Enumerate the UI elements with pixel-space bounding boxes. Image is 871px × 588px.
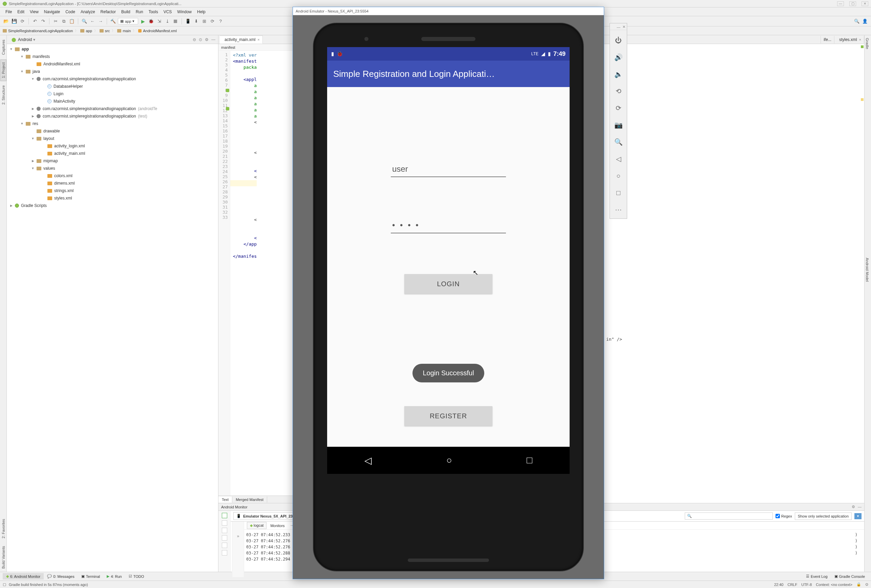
home-button[interactable]: ○: [446, 455, 452, 466]
menu-file[interactable]: File: [3, 8, 15, 16]
status-encoding[interactable]: UTF-8: [801, 583, 812, 587]
open-icon[interactable]: 📂: [3, 18, 9, 25]
make-icon[interactable]: 🔨: [110, 18, 117, 25]
menu-refactor[interactable]: Refactor: [98, 8, 118, 16]
copy-icon[interactable]: ⧉: [60, 18, 67, 25]
sync-icon[interactable]: ⟳: [19, 18, 26, 25]
hide-icon[interactable]: —: [858, 505, 862, 509]
save-icon[interactable]: 💾: [11, 18, 18, 25]
status-toggle-icon[interactable]: ▢: [3, 582, 6, 587]
tree-node-drawable[interactable]: drawable: [7, 127, 218, 135]
menu-code[interactable]: Code: [63, 8, 78, 16]
build-variants-tab[interactable]: Build Variants: [0, 543, 6, 572]
rotate-right-button[interactable]: ⟳: [612, 100, 625, 116]
editor-tab-ife[interactable]: ife...: [820, 36, 834, 43]
hide-icon[interactable]: —: [211, 37, 216, 42]
menu-help[interactable]: Help: [195, 8, 208, 16]
sync-gradle-icon[interactable]: ⟳: [209, 18, 216, 25]
debug-icon[interactable]: 🐞: [148, 18, 154, 25]
username-input[interactable]: [391, 162, 506, 177]
close-button[interactable]: ✕: [862, 1, 868, 6]
tool-todo[interactable]: ☑TODO: [125, 573, 148, 579]
filter-selector[interactable]: Show only selected application: [795, 512, 852, 520]
project-tab[interactable]: 1: Project: [0, 59, 6, 81]
menu-navigate[interactable]: Navigate: [41, 8, 63, 16]
tree-node-values[interactable]: ▼values: [7, 165, 218, 172]
tree-node-res[interactable]: ▼res: [7, 120, 218, 127]
zoom-button[interactable]: 🔍: [612, 134, 625, 150]
profile-icon[interactable]: ⤓: [164, 18, 171, 25]
layout-icon[interactable]: [222, 535, 227, 540]
emulator-titlebar[interactable]: Android Emulator - Nexus_5X_API_23:5554: [293, 7, 604, 15]
structure-tab[interactable]: 2. Structure: [0, 82, 6, 108]
tree-node-pkg-main[interactable]: ▼com.razormist.simpleregistrationandlogi…: [7, 75, 218, 83]
tree-node-mipmap[interactable]: ▶mipmap: [7, 157, 218, 165]
emulator-back-button[interactable]: ◁: [612, 151, 625, 167]
status-context[interactable]: Context: <no context>: [816, 583, 852, 587]
restart-icon[interactable]: [222, 513, 227, 518]
sdk-icon[interactable]: ⬇: [193, 18, 199, 25]
status-line-ending[interactable]: CRLF: [787, 583, 797, 587]
back-icon[interactable]: ←: [89, 18, 96, 25]
structure-icon[interactable]: ⊞: [201, 18, 208, 25]
tree-node-manifests[interactable]: ▼manifests: [7, 53, 218, 60]
tool-android-monitor[interactable]: ◆6: Android Monitor: [3, 573, 44, 579]
volume-down-button[interactable]: 🔈: [612, 66, 625, 82]
chevron-down-icon[interactable]: ▾: [33, 37, 35, 42]
run-config-selector[interactable]: ▦ app ▾: [118, 18, 138, 24]
android-model-tab[interactable]: Android Model: [865, 255, 870, 284]
menu-edit[interactable]: Edit: [15, 8, 27, 16]
crumb-app[interactable]: app: [80, 29, 92, 33]
tab-merged[interactable]: Merged Manifest: [232, 497, 267, 503]
register-button[interactable]: REGISTER: [404, 406, 492, 426]
paste-icon[interactable]: 📋: [69, 18, 75, 25]
status-lock-icon[interactable]: 🔒: [856, 582, 861, 587]
stop-button[interactable]: [172, 18, 179, 25]
tree-node-layout[interactable]: ▼layout: [7, 135, 218, 142]
tab-text[interactable]: Text: [218, 497, 232, 503]
sys-icon[interactable]: [222, 543, 227, 548]
tree-node-activity-main[interactable]: activity_main.xml: [7, 150, 218, 157]
regex-checkbox[interactable]: Regex: [775, 514, 792, 518]
menu-run[interactable]: Run: [133, 8, 146, 16]
tree-node-dimens[interactable]: dimens.xml: [7, 180, 218, 187]
menu-window[interactable]: Window: [174, 8, 195, 16]
tool-run[interactable]: ▶4: Run: [103, 573, 125, 579]
power-button[interactable]: ⏻: [612, 32, 625, 48]
tree-node-strings[interactable]: strings.xml: [7, 187, 218, 195]
project-tree[interactable]: ▼app ▼manifests AndroidManifest.xml ▼jav…: [7, 44, 218, 572]
tree-node-java[interactable]: ▼java: [7, 68, 218, 75]
close-icon[interactable]: ×: [257, 37, 259, 42]
find-icon[interactable]: 🔍: [81, 18, 88, 25]
tree-node-gradle[interactable]: ▶Gradle Scripts: [7, 202, 218, 209]
target-icon[interactable]: ⊙: [199, 37, 202, 42]
favorites-tab[interactable]: 2: Favorites: [0, 516, 6, 541]
project-view-label[interactable]: Android: [18, 37, 32, 42]
collapse-icon[interactable]: ⊖: [193, 37, 196, 42]
tree-node-activity-login[interactable]: activity_login.xml: [7, 142, 218, 150]
gear-icon[interactable]: ⚙: [852, 505, 855, 509]
subtab-logcat[interactable]: ◆ logcat: [247, 522, 266, 529]
menu-vcs[interactable]: VCS: [161, 8, 175, 16]
menu-tools[interactable]: Tools: [146, 8, 161, 16]
attach-icon[interactable]: ⇲: [156, 18, 163, 25]
tree-node-mainactivity[interactable]: CMainActivity: [7, 97, 218, 105]
crumb-main[interactable]: main: [117, 29, 131, 33]
captures-tab[interactable]: Captures: [0, 37, 6, 58]
record-icon[interactable]: [222, 528, 227, 533]
avd-icon[interactable]: 📱: [184, 18, 192, 25]
tree-node-pkg-test[interactable]: ▶com.razormist.simpleregistrationandlogi…: [7, 112, 218, 120]
menu-view[interactable]: View: [27, 8, 41, 16]
redo-icon[interactable]: ↷: [40, 18, 46, 25]
tool-gradle-console[interactable]: ▣Gradle Console: [831, 573, 868, 579]
gear-icon[interactable]: ⚙: [205, 37, 209, 42]
tree-node-manifest-file[interactable]: AndroidManifest.xml: [7, 60, 218, 68]
run-button[interactable]: ▶: [139, 18, 146, 25]
crumb-src[interactable]: src: [100, 29, 110, 33]
emulator-overview-button[interactable]: □: [612, 185, 625, 201]
terminate-icon[interactable]: [222, 550, 227, 555]
tree-node-pkg-androidtest[interactable]: ▶com.razormist.simpleregistrationandlogi…: [7, 105, 218, 112]
code-text[interactable]: <?xml ver <manifest packa <appl a a a a …: [230, 51, 259, 495]
menu-build[interactable]: Build: [118, 8, 133, 16]
more-button[interactable]: ⋯: [612, 202, 625, 218]
